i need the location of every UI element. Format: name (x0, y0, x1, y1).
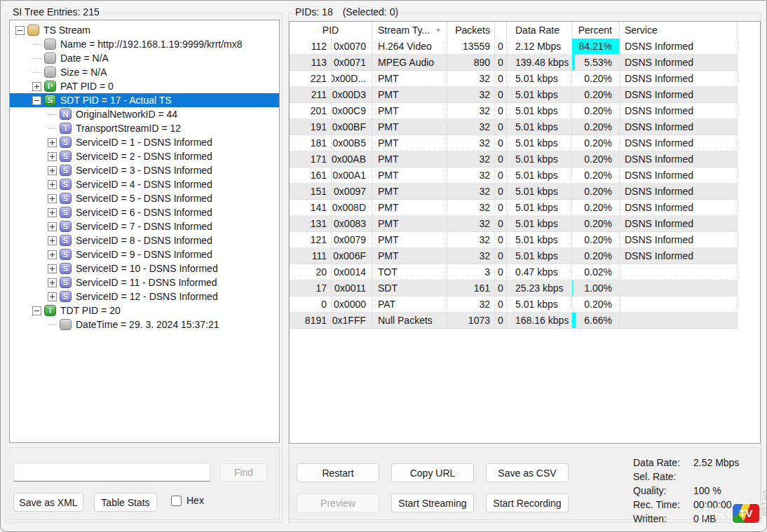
save-as-xml-button[interactable]: Save as XML (13, 493, 83, 512)
column-header-service[interactable]: Service (620, 22, 738, 39)
stat-label: Data Rate: (633, 456, 693, 470)
preview-button[interactable]: Preview (297, 493, 379, 512)
table-row[interactable]: 200x0014TOT300.47 kbps0.02% (290, 264, 738, 280)
tree-node[interactable]: SServiceID = 12 - DSNS Informed (10, 289, 279, 303)
tree-node[interactable]: DateTime = 29. 3. 2024 15:37:21 (10, 318, 279, 332)
column-header-percent[interactable]: Percent (572, 22, 620, 39)
green-s-icon: S (44, 95, 56, 106)
hex-checkbox[interactable] (171, 496, 182, 506)
expand-plus-icon[interactable] (48, 194, 57, 203)
table-row[interactable]: 2110x00D3PMT3205.01 kbps0.20%DSNS Inform… (290, 87, 738, 103)
percent-value: 0.20% (584, 73, 612, 84)
tree-node[interactable]: SServiceID = 3 - DSNS Informed (10, 163, 279, 177)
column-header-data_rate[interactable]: Data Rate (507, 22, 572, 39)
tree-node[interactable]: TTDT PID = 20 (10, 303, 279, 318)
table-row[interactable]: 1610x00A1PMT3205.01 kbps0.20%DSNS Inform… (290, 168, 738, 184)
column-header-pid[interactable]: PID (290, 22, 372, 39)
cell-rate: 5.01 kbps (507, 200, 572, 215)
tree-node[interactable]: SServiceID = 6 - DSNS Informed (10, 205, 279, 219)
expand-plus-icon[interactable] (48, 138, 57, 147)
expand-plus-icon[interactable] (48, 264, 57, 273)
copy-url-button[interactable]: Copy URL (391, 463, 474, 482)
tree-node-label: ServiceID = 3 - DSNS Informed (76, 165, 215, 176)
cell-packets: 161 (447, 280, 495, 296)
table-row[interactable]: 170x0011SDT161025.23 kbps1.00% (290, 280, 738, 296)
expand-plus-icon[interactable] (48, 250, 57, 259)
tree-node[interactable]: SSDT PID = 17 - Actual TS (10, 93, 279, 107)
column-header-cc[interactable] (495, 22, 507, 39)
table-row[interactable]: 1910x00BFPMT3205.01 kbps0.20%DSNS Inform… (290, 119, 738, 135)
stat-row: Rec. Time:00:00:00 (633, 498, 739, 512)
expand-plus-icon[interactable] (48, 208, 57, 217)
tree-node[interactable]: SServiceID = 4 - DSNS Informed (10, 177, 279, 191)
cell-pid: 161 (290, 168, 332, 183)
stat-value: 0 MB (693, 512, 717, 526)
table-row[interactable]: 1510x0097PMT3205.01 kbps0.20%DSNS Inform… (290, 184, 738, 200)
column-header-packets[interactable]: Packets (447, 22, 495, 39)
table-row[interactable]: 1120x0070H.264 Video1355902.12 Mbps84.21… (290, 39, 738, 55)
table-row[interactable]: 00x0000PAT3205.01 kbps0.20% (290, 296, 738, 313)
tree-node[interactable]: SServiceID = 10 - DSNS Informed (10, 261, 279, 275)
cell-percent: 0.20% (572, 87, 620, 102)
tree-node[interactable]: TS Stream (10, 23, 279, 37)
tree-node[interactable]: TTransportStreamID = 12 (10, 121, 279, 135)
expand-plus-icon[interactable] (32, 82, 41, 91)
cell-hex: 0x008D (332, 200, 372, 215)
pid-table[interactable]: PIDStream Ty...▼PacketsData RatePercentS… (289, 21, 761, 444)
expand-plus-icon[interactable] (48, 166, 57, 175)
table-row[interactable]: 2010x00C9PMT3205.01 kbps0.20%DSNS Inform… (290, 103, 738, 119)
cell-rate: 5.01 kbps (507, 135, 572, 151)
tree-node[interactable]: Name = http://192.168.1.19:9999/krrt/mx8 (10, 37, 279, 51)
collapse-minus-icon[interactable] (32, 306, 41, 315)
purple-s-icon: S (60, 263, 72, 274)
table-row[interactable]: 1110x006FPMT3205.01 kbps0.20%DSNS Inform… (290, 248, 738, 264)
save-as-csv-button[interactable]: Save as CSV (486, 463, 569, 482)
table-row[interactable]: 81910x1FFFNull Packets10730168.16 kbps6.… (290, 313, 738, 329)
tree-node[interactable]: SServiceID = 11 - DSNS Informed (10, 275, 279, 289)
cell-pid: 112 (290, 39, 332, 54)
cell-pid: 111 (290, 248, 332, 264)
collapse-minus-icon[interactable] (15, 26, 25, 35)
column-header-stream_type[interactable]: Stream Ty...▼ (372, 22, 447, 39)
table-row[interactable]: 1130x0071MPEG Audio8900139.48 kbps5.53%D… (290, 55, 738, 71)
tree-node-label: ServiceID = 9 - DSNS Informed (76, 249, 215, 260)
cell-percent: 0.20% (572, 184, 620, 199)
tree-node[interactable]: SServiceID = 2 - DSNS Informed (10, 149, 279, 163)
tree-node[interactable]: SServiceID = 9 - DSNS Informed (10, 247, 279, 261)
tree-node[interactable]: NOriginalNetworkID = 44 (10, 107, 279, 121)
table-row[interactable]: 1410x008DPMT3205.01 kbps0.20%DSNS Inform… (290, 200, 738, 216)
tree-node[interactable]: Date = N/A (10, 51, 279, 65)
restart-button[interactable]: Restart (297, 463, 379, 482)
tree-node[interactable]: SServiceID = 5 - DSNS Informed (10, 191, 279, 205)
cell-type: PMT (372, 151, 447, 167)
start-streaming-button[interactable]: Start Streaming (391, 493, 474, 512)
table-row[interactable]: 1810x00B5PMT3205.01 kbps0.20%DSNS Inform… (290, 135, 738, 151)
find-button[interactable]: Find (220, 463, 267, 482)
expand-plus-icon[interactable] (48, 152, 57, 161)
expand-plus-icon[interactable] (48, 292, 57, 301)
expand-plus-icon[interactable] (48, 236, 57, 245)
expand-plus-icon[interactable] (48, 222, 57, 231)
collapse-minus-icon[interactable] (32, 96, 41, 105)
find-input[interactable] (13, 463, 210, 482)
cell-packets: 32 (447, 119, 495, 135)
table-row[interactable]: 1710x00ABPMT3205.01 kbps0.20%DSNS Inform… (290, 151, 738, 168)
table-stats-button[interactable]: Table Stats (94, 493, 157, 512)
tree-node[interactable]: Size = N/A (10, 65, 279, 79)
tree-node[interactable]: SServiceID = 7 - DSNS Informed (10, 219, 279, 233)
tree-node[interactable]: SServiceID = 8 - DSNS Informed (10, 233, 279, 247)
table-row[interactable]: 1210x0079PMT3205.01 kbps0.20%DSNS Inform… (290, 232, 738, 248)
cell-pid: 131 (290, 216, 332, 231)
expand-plus-icon[interactable] (48, 180, 57, 189)
tree-node[interactable]: SServiceID = 1 - DSNS Informed (10, 135, 279, 149)
tree-node[interactable]: PPAT PID = 0 (10, 79, 279, 93)
start-recording-button[interactable]: Start Recording (486, 493, 569, 512)
tree-node-label: ServiceID = 12 - DSNS Informed (76, 291, 221, 302)
expand-plus-icon[interactable] (48, 278, 57, 287)
cell-packets: 32 (447, 296, 495, 312)
table-row[interactable]: 1310x0083PMT3205.01 kbps0.20%DSNS Inform… (290, 216, 738, 232)
cell-cc: 0 (495, 168, 507, 183)
table-row[interactable]: 2210x00D...PMT3205.01 kbps0.20%DSNS Info… (290, 71, 738, 87)
tree-connector (32, 37, 41, 51)
si-tree[interactable]: TS StreamName = http://192.168.1.19:9999… (9, 20, 280, 443)
